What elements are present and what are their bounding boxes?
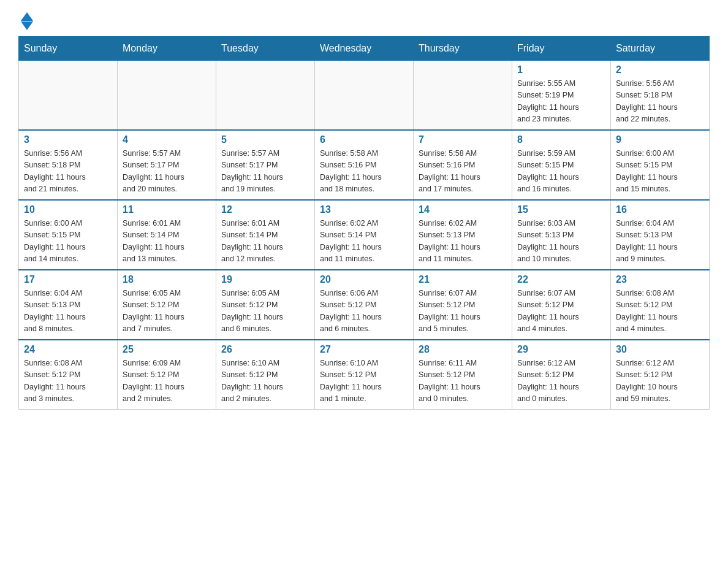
day-detail: Sunrise: 6:07 AM Sunset: 5:12 PM Dayligh… xyxy=(517,288,605,335)
calendar-day-cell: 29Sunrise: 6:12 AM Sunset: 5:12 PM Dayli… xyxy=(512,340,611,410)
day-detail: Sunrise: 6:04 AM Sunset: 5:13 PM Dayligh… xyxy=(616,218,704,266)
calendar-week-row: 10Sunrise: 6:00 AM Sunset: 5:15 PM Dayli… xyxy=(19,200,710,270)
calendar-day-cell: 4Sunrise: 5:57 AM Sunset: 5:17 PM Daylig… xyxy=(118,130,216,200)
day-number: 26 xyxy=(221,344,309,355)
day-of-week-header: Sunday xyxy=(19,37,118,61)
day-number: 3 xyxy=(24,134,112,145)
page-header xyxy=(18,12,710,30)
day-detail: Sunrise: 5:56 AM Sunset: 5:18 PM Dayligh… xyxy=(616,78,704,126)
calendar-day-cell: 9Sunrise: 6:00 AM Sunset: 5:15 PM Daylig… xyxy=(611,130,710,200)
calendar-day-cell xyxy=(118,61,216,131)
calendar-week-row: 24Sunrise: 6:08 AM Sunset: 5:12 PM Dayli… xyxy=(19,340,710,410)
day-detail: Sunrise: 6:07 AM Sunset: 5:12 PM Dayligh… xyxy=(419,288,507,335)
day-of-week-header: Saturday xyxy=(611,37,710,61)
calendar-day-cell: 7Sunrise: 5:58 AM Sunset: 5:16 PM Daylig… xyxy=(414,130,512,200)
calendar-day-cell: 23Sunrise: 6:08 AM Sunset: 5:12 PM Dayli… xyxy=(611,270,710,340)
calendar-day-cell xyxy=(19,61,118,131)
calendar-day-cell: 16Sunrise: 6:04 AM Sunset: 5:13 PM Dayli… xyxy=(611,200,710,270)
day-detail: Sunrise: 6:01 AM Sunset: 5:14 PM Dayligh… xyxy=(221,218,309,266)
day-detail: Sunrise: 6:02 AM Sunset: 5:14 PM Dayligh… xyxy=(320,218,408,266)
day-of-week-header: Thursday xyxy=(414,37,512,61)
calendar-day-cell xyxy=(315,61,414,131)
day-detail: Sunrise: 5:57 AM Sunset: 5:17 PM Dayligh… xyxy=(221,148,309,196)
day-detail: Sunrise: 6:10 AM Sunset: 5:12 PM Dayligh… xyxy=(221,358,309,405)
day-detail: Sunrise: 6:12 AM Sunset: 5:12 PM Dayligh… xyxy=(616,358,704,405)
logo xyxy=(18,12,33,30)
day-detail: Sunrise: 6:01 AM Sunset: 5:14 PM Dayligh… xyxy=(123,218,211,266)
day-number: 23 xyxy=(616,274,704,285)
calendar-day-cell: 12Sunrise: 6:01 AM Sunset: 5:14 PM Dayli… xyxy=(216,200,315,270)
day-detail: Sunrise: 6:05 AM Sunset: 5:12 PM Dayligh… xyxy=(123,288,211,335)
calendar-day-cell: 20Sunrise: 6:06 AM Sunset: 5:12 PM Dayli… xyxy=(315,270,414,340)
day-of-week-header: Monday xyxy=(118,37,216,61)
calendar-day-cell: 25Sunrise: 6:09 AM Sunset: 5:12 PM Dayli… xyxy=(118,340,216,410)
day-number: 21 xyxy=(419,274,507,285)
calendar-table: SundayMondayTuesdayWednesdayThursdayFrid… xyxy=(18,36,710,410)
day-number: 18 xyxy=(123,274,211,285)
calendar-day-cell: 24Sunrise: 6:08 AM Sunset: 5:12 PM Dayli… xyxy=(19,340,118,410)
day-number: 4 xyxy=(123,134,211,145)
calendar-day-cell xyxy=(216,61,315,131)
calendar-header-row: SundayMondayTuesdayWednesdayThursdayFrid… xyxy=(19,37,710,61)
day-detail: Sunrise: 5:55 AM Sunset: 5:19 PM Dayligh… xyxy=(517,78,605,126)
calendar-week-row: 3Sunrise: 5:56 AM Sunset: 5:18 PM Daylig… xyxy=(19,130,710,200)
calendar-day-cell: 17Sunrise: 6:04 AM Sunset: 5:13 PM Dayli… xyxy=(19,270,118,340)
calendar-week-row: 1Sunrise: 5:55 AM Sunset: 5:19 PM Daylig… xyxy=(19,61,710,131)
day-number: 9 xyxy=(616,134,704,145)
day-number: 11 xyxy=(123,204,211,215)
day-number: 1 xyxy=(517,64,605,75)
day-number: 28 xyxy=(419,344,507,355)
day-number: 22 xyxy=(517,274,605,285)
day-number: 7 xyxy=(419,134,507,145)
calendar-day-cell: 19Sunrise: 6:05 AM Sunset: 5:12 PM Dayli… xyxy=(216,270,315,340)
day-detail: Sunrise: 5:58 AM Sunset: 5:16 PM Dayligh… xyxy=(320,148,408,196)
day-detail: Sunrise: 6:04 AM Sunset: 5:13 PM Dayligh… xyxy=(24,288,112,335)
day-detail: Sunrise: 6:09 AM Sunset: 5:12 PM Dayligh… xyxy=(123,358,211,405)
day-of-week-header: Tuesday xyxy=(216,37,315,61)
calendar-day-cell: 8Sunrise: 5:59 AM Sunset: 5:15 PM Daylig… xyxy=(512,130,611,200)
day-number: 20 xyxy=(320,274,408,285)
day-number: 14 xyxy=(419,204,507,215)
day-detail: Sunrise: 6:10 AM Sunset: 5:12 PM Dayligh… xyxy=(320,358,408,405)
calendar-day-cell: 30Sunrise: 6:12 AM Sunset: 5:12 PM Dayli… xyxy=(611,340,710,410)
calendar-day-cell: 3Sunrise: 5:56 AM Sunset: 5:18 PM Daylig… xyxy=(19,130,118,200)
calendar-day-cell: 11Sunrise: 6:01 AM Sunset: 5:14 PM Dayli… xyxy=(118,200,216,270)
calendar-day-cell: 27Sunrise: 6:10 AM Sunset: 5:12 PM Dayli… xyxy=(315,340,414,410)
day-number: 30 xyxy=(616,344,704,355)
day-detail: Sunrise: 6:02 AM Sunset: 5:13 PM Dayligh… xyxy=(419,218,507,266)
day-number: 2 xyxy=(616,64,704,75)
day-of-week-header: Wednesday xyxy=(315,37,414,61)
day-detail: Sunrise: 5:56 AM Sunset: 5:18 PM Dayligh… xyxy=(24,148,112,196)
calendar-day-cell: 26Sunrise: 6:10 AM Sunset: 5:12 PM Dayli… xyxy=(216,340,315,410)
day-number: 27 xyxy=(320,344,408,355)
day-detail: Sunrise: 5:57 AM Sunset: 5:17 PM Dayligh… xyxy=(123,148,211,196)
calendar-day-cell: 2Sunrise: 5:56 AM Sunset: 5:18 PM Daylig… xyxy=(611,61,710,131)
calendar-day-cell: 22Sunrise: 6:07 AM Sunset: 5:12 PM Dayli… xyxy=(512,270,611,340)
day-number: 29 xyxy=(517,344,605,355)
day-detail: Sunrise: 6:03 AM Sunset: 5:13 PM Dayligh… xyxy=(517,218,605,266)
day-number: 8 xyxy=(517,134,605,145)
calendar-day-cell: 18Sunrise: 6:05 AM Sunset: 5:12 PM Dayli… xyxy=(118,270,216,340)
calendar-day-cell: 6Sunrise: 5:58 AM Sunset: 5:16 PM Daylig… xyxy=(315,130,414,200)
day-number: 16 xyxy=(616,204,704,215)
day-number: 17 xyxy=(24,274,112,285)
day-number: 25 xyxy=(123,344,211,355)
calendar-day-cell: 28Sunrise: 6:11 AM Sunset: 5:12 PM Dayli… xyxy=(414,340,512,410)
day-detail: Sunrise: 6:08 AM Sunset: 5:12 PM Dayligh… xyxy=(616,288,704,335)
day-number: 13 xyxy=(320,204,408,215)
day-number: 15 xyxy=(517,204,605,215)
calendar-day-cell: 10Sunrise: 6:00 AM Sunset: 5:15 PM Dayli… xyxy=(19,200,118,270)
day-detail: Sunrise: 6:06 AM Sunset: 5:12 PM Dayligh… xyxy=(320,288,408,335)
day-detail: Sunrise: 5:58 AM Sunset: 5:16 PM Dayligh… xyxy=(419,148,507,196)
calendar-day-cell: 14Sunrise: 6:02 AM Sunset: 5:13 PM Dayli… xyxy=(414,200,512,270)
day-number: 19 xyxy=(221,274,309,285)
day-detail: Sunrise: 5:59 AM Sunset: 5:15 PM Dayligh… xyxy=(517,148,605,196)
day-detail: Sunrise: 6:00 AM Sunset: 5:15 PM Dayligh… xyxy=(616,148,704,196)
calendar-day-cell: 5Sunrise: 5:57 AM Sunset: 5:17 PM Daylig… xyxy=(216,130,315,200)
day-number: 12 xyxy=(221,204,309,215)
day-number: 5 xyxy=(221,134,309,145)
day-detail: Sunrise: 6:08 AM Sunset: 5:12 PM Dayligh… xyxy=(24,358,112,405)
calendar-day-cell xyxy=(414,61,512,131)
day-detail: Sunrise: 6:12 AM Sunset: 5:12 PM Dayligh… xyxy=(517,358,605,405)
day-number: 6 xyxy=(320,134,408,145)
